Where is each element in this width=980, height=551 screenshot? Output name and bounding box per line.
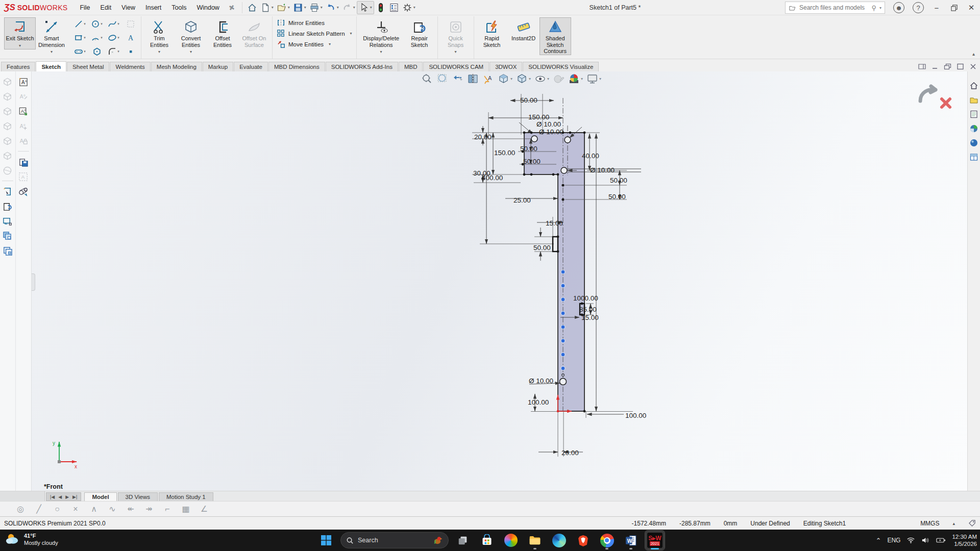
offset-on-surface-button[interactable]: Offset On Surface [238, 17, 270, 48]
feature-cube-icon-5[interactable] [2, 135, 14, 147]
design-library-icon[interactable] [969, 95, 979, 105]
doc-minimize-icon[interactable] [931, 63, 939, 70]
custom-properties-icon[interactable] [969, 152, 979, 162]
shaded-sketch-contours-button[interactable]: Shaded Sketch Contours [540, 17, 571, 55]
sketch-picture-tool[interactable] [122, 17, 139, 31]
display-delete-relations-button[interactable]: Display/Delete Relations ▾ [359, 17, 404, 56]
tab-weldments[interactable]: Weldments [110, 62, 150, 71]
feature-cube-icon-1[interactable] [2, 76, 14, 88]
panel-splitter-handle[interactable] [32, 273, 35, 291]
tab-model[interactable]: Model [84, 492, 116, 501]
intersection-snap-icon[interactable]: × [70, 505, 81, 514]
tab-scroll-next-icon[interactable]: ▶ [64, 494, 70, 499]
display-style-button[interactable]: ▾ [516, 73, 531, 85]
units-selector[interactable]: MMGS [920, 520, 939, 527]
fillet-tool[interactable]: ▾ [105, 44, 122, 58]
brave-button[interactable] [573, 531, 593, 550]
convert-entities-dropdown[interactable]: ▾ [190, 49, 192, 56]
select-snap-icon[interactable]: ◎ [15, 504, 26, 514]
task-view-button[interactable] [453, 531, 473, 550]
start-button[interactable] [316, 531, 336, 550]
instant2d-button[interactable]: Instant2D [508, 17, 540, 42]
edit-appearance-button[interactable] [553, 73, 565, 85]
line-tool[interactable]: ▾ [71, 17, 88, 31]
print-button[interactable]: ▾ [308, 2, 324, 14]
tab-sheet-metal[interactable]: Sheet Metal [67, 62, 109, 71]
view-settings-button[interactable]: ▾ [586, 73, 601, 85]
mirror-entities-button[interactable]: Mirror Entities [277, 18, 352, 27]
feature-cube-icon-3[interactable] [2, 105, 14, 117]
tab-3d-views[interactable]: 3D Views [118, 492, 158, 501]
add-text-icon-disabled[interactable]: A° [17, 120, 30, 132]
ribbon-collapse-icon[interactable]: ▴ [972, 51, 975, 57]
tab-mesh-modeling[interactable]: Mesh Modeling [151, 62, 202, 71]
smart-dimension-dropdown[interactable]: ▾ [51, 49, 53, 56]
exit-sketch-corner-icon[interactable] [920, 86, 936, 101]
format-painter-a-icon[interactable]: A° [17, 76, 30, 88]
edge-button[interactable] [549, 531, 569, 550]
tab-solidworks-cam[interactable]: SOLIDWORKS CAM [423, 62, 489, 71]
file-explorer-button[interactable] [525, 531, 545, 550]
perpendicular-snap-icon[interactable]: ⌐ [162, 505, 173, 514]
nearest-snap-icon[interactable]: ↞ [126, 504, 136, 514]
restore-button[interactable] [945, 0, 963, 15]
repair-sketch-button[interactable]: Repair Sketch [404, 17, 435, 48]
graphics-area[interactable]: y x 50.00 150.00 Ø 10.00 Ø 10.00 20.00 1… [32, 71, 967, 491]
arc-tool[interactable]: ▾ [88, 31, 105, 44]
search-dropdown-icon[interactable]: ▾ [879, 6, 881, 10]
tab-motion-study-1[interactable]: Motion Study 1 [159, 492, 213, 501]
linear-sketch-pattern-button[interactable]: Linear Sketch Pattern ▾ [277, 29, 352, 38]
feature-cube-icon-2[interactable] [2, 90, 14, 103]
rectangle-tool[interactable]: ▾ [71, 31, 88, 44]
tab-mbd[interactable]: MBD [399, 62, 423, 71]
ellipse-tool[interactable]: ▾ [105, 31, 122, 44]
menu-edit[interactable]: Edit [95, 0, 117, 15]
circle-tool[interactable]: ▾ [88, 17, 105, 31]
battery-icon[interactable] [936, 537, 946, 543]
search-box[interactable]: ⚲ ▾ [785, 2, 885, 14]
microsoft-store-button[interactable] [477, 531, 497, 550]
horizontal-scrollbar[interactable] [0, 491, 45, 501]
solidworks-taskbar-button[interactable]: S▸W 2021 [645, 531, 665, 550]
annotation-visibility-button[interactable]: A [482, 73, 494, 85]
section-view-button[interactable] [467, 73, 479, 85]
doc-close-icon[interactable] [969, 63, 977, 70]
lock-text-icon-disabled[interactable]: A [17, 135, 30, 147]
point-tool[interactable] [122, 44, 139, 58]
doc-maximize-icon[interactable] [957, 63, 964, 70]
smart-dimension-button[interactable]: Smart Dimension ▾ [36, 17, 67, 56]
home-button[interactable] [246, 2, 259, 14]
slot-tool[interactable]: ▾ [71, 44, 88, 58]
belt-chain-icon[interactable] [17, 185, 30, 197]
open-button[interactable]: ▾ [275, 2, 291, 14]
trim-entities-button[interactable]: Trim Entities ▾ [143, 17, 175, 56]
tab-scroll-prev-icon[interactable]: ◀ [57, 494, 63, 499]
redo-button[interactable]: ▾ [340, 2, 357, 14]
help-icon[interactable]: ? [913, 2, 924, 13]
new-sketch-icon[interactable] [2, 185, 14, 197]
menu-window[interactable]: Window [191, 0, 224, 15]
chrome-button[interactable] [597, 531, 617, 550]
convert-entities-button[interactable]: Convert Entities ▾ [175, 17, 207, 56]
view-palette-icon[interactable] [969, 123, 979, 133]
tab-evaluate[interactable]: Evaluate [234, 62, 268, 71]
tab-scroll-buttons[interactable]: |◀ ◀ ▶ ▶| [46, 492, 81, 501]
tab-solidworks-add-ins[interactable]: SOLIDWORKS Add-Ins [326, 62, 398, 71]
zoom-fit-button[interactable] [421, 73, 433, 85]
repair-sketch-side-icon[interactable] [2, 200, 14, 212]
dock-pane-icon[interactable] [918, 63, 926, 70]
tab-markup[interactable]: Markup [203, 62, 233, 71]
spline-snap-icon[interactable]: ∿ [107, 504, 117, 514]
search-input[interactable] [799, 4, 868, 11]
file-explorer-pane-icon[interactable] [969, 109, 979, 119]
tab-solidworks-visualize[interactable]: SOLIDWORKS Visualize [523, 62, 599, 71]
feature-cube-icon-4[interactable] [2, 120, 14, 132]
tab-sketch[interactable]: Sketch [36, 61, 66, 71]
paste-entities-icon[interactable] [2, 244, 14, 257]
wifi-icon[interactable] [906, 537, 915, 544]
minimize-button[interactable]: − [928, 0, 945, 15]
search-icon[interactable]: ⚲ [871, 4, 876, 12]
exit-sketch-button[interactable]: Exit Sketch ▾ [4, 17, 36, 49]
save-sketch-icon[interactable] [17, 156, 30, 168]
cancel-sketch-icon[interactable] [942, 99, 950, 107]
